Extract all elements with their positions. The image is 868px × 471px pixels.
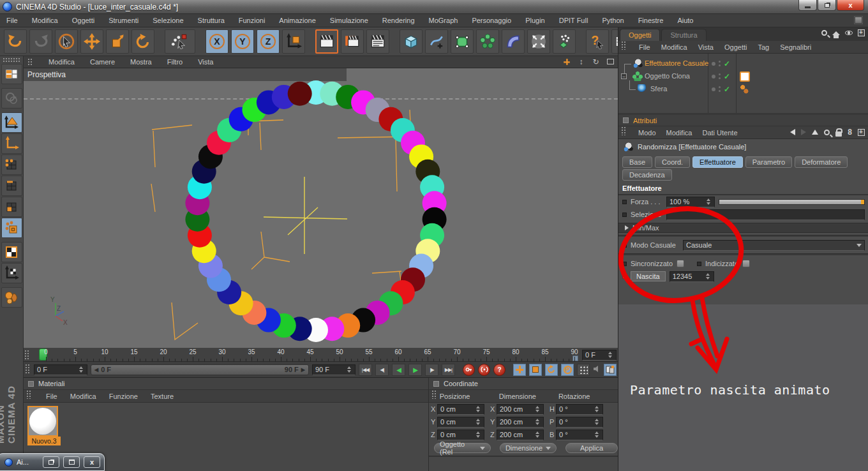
scale-tool-button[interactable] <box>106 29 129 54</box>
last-used-tool-button[interactable] <box>165 29 195 54</box>
om-menu-modifica[interactable]: Modifica <box>661 43 687 51</box>
menu-file[interactable]: File <box>6 17 18 24</box>
size-y-field[interactable]: 200 cm <box>497 417 544 428</box>
om-menu-tag[interactable]: Tag <box>758 43 769 51</box>
go-to-start-button[interactable]: |◀◀ <box>359 364 372 376</box>
object-name[interactable]: Effettuatore Casuale <box>645 59 708 67</box>
polygons-mode-button[interactable] <box>1 197 22 217</box>
attr-tab-parametro[interactable]: Parametro <box>745 156 792 168</box>
attr-menu-dati-utente[interactable]: Dati Utente <box>703 129 738 137</box>
add-panel-icon[interactable] <box>858 29 865 36</box>
enabled-checkmark[interactable]: ✓ <box>724 59 730 68</box>
tree-item-effettuatore-casuale[interactable]: Effettuatore Casuale✓ <box>618 57 868 70</box>
mat-menu-modifica[interactable]: Modifica <box>70 392 96 400</box>
viewport-grip[interactable] <box>27 58 33 66</box>
visibility-dot[interactable] <box>712 62 715 66</box>
animated-keyframe-dot[interactable] <box>622 274 627 279</box>
record-parameter-toggle[interactable]: P <box>561 364 574 376</box>
menu-personaggio[interactable]: Personaggio <box>472 17 511 24</box>
nascita-label[interactable]: Nascita <box>631 271 666 281</box>
material-name-label[interactable]: Nuovo.3 <box>27 437 61 445</box>
vp-menu-vista[interactable]: Vista <box>198 58 213 66</box>
om-menu-vista[interactable]: Vista <box>698 43 714 51</box>
collapse-expander[interactable]: – <box>621 73 627 79</box>
vp-menu-mostra[interactable]: Mostra <box>130 58 152 66</box>
tree-item-sfera[interactable]: Sfera✓ <box>618 83 868 96</box>
object-name[interactable]: Sfera <box>650 85 667 93</box>
attr-menu-modo[interactable]: Modo <box>638 129 656 137</box>
object-name[interactable]: Oggetto Clona <box>645 72 690 80</box>
coordinates-grip[interactable] <box>431 390 437 399</box>
search-icon[interactable] <box>821 30 827 36</box>
attributes-header[interactable]: Attributi <box>618 115 868 126</box>
lock-z-axis-button[interactable]: Z <box>257 29 280 54</box>
add-panel-icon[interactable] <box>858 129 865 136</box>
vp-menu-modifica[interactable]: Modifica <box>49 58 75 66</box>
current-frame-field[interactable]: 0 F <box>582 350 617 361</box>
selezione-field[interactable] <box>666 209 865 220</box>
material-thumbnail[interactable] <box>27 406 58 437</box>
float-restore-button[interactable] <box>43 456 59 468</box>
keyframe-dot[interactable] <box>622 200 627 204</box>
orange-dots-tag[interactable] <box>740 84 750 94</box>
menu-struttura[interactable]: Struttura <box>198 17 225 24</box>
keyframe-dot[interactable] <box>622 262 627 266</box>
lock-icon[interactable] <box>835 131 842 137</box>
visibility-dot[interactable] <box>712 87 715 91</box>
filter-eye-icon[interactable] <box>845 31 853 35</box>
position-y-field[interactable]: 0 cm <box>437 417 484 428</box>
record-position-toggle[interactable] <box>513 364 526 376</box>
make-editable-button[interactable] <box>451 29 474 54</box>
render-to-picture-viewer-button[interactable] <box>341 29 364 54</box>
minimize-button[interactable] <box>798 0 817 11</box>
close-button[interactable]: x <box>837 0 864 11</box>
viewport-move-icon[interactable] <box>562 57 571 66</box>
timeline-grip[interactable] <box>24 350 30 360</box>
history-forward-icon[interactable] <box>801 129 806 135</box>
record-rotation-toggle[interactable] <box>545 364 558 376</box>
double-circle-icon[interactable]: 8 <box>848 128 852 137</box>
model-mode-button[interactable] <box>1 112 22 133</box>
live-selection-button[interactable] <box>55 29 78 54</box>
object-axis-mode-button[interactable] <box>1 133 22 154</box>
particles-button[interactable] <box>527 29 550 54</box>
attributes-grip[interactable] <box>621 126 627 135</box>
point-level-animation-toggle[interactable] <box>577 364 590 376</box>
history-back-icon[interactable] <box>790 129 795 135</box>
mat-menu-file[interactable]: File <box>46 392 57 400</box>
record-scale-toggle[interactable] <box>529 364 542 376</box>
go-to-end-button[interactable]: ▶▶| <box>442 364 455 376</box>
menu-dpit-full[interactable]: DPIT Full <box>559 17 588 24</box>
timeline-ruler[interactable]: 051015202530354045505560657075808590 <box>31 348 581 362</box>
menu-modifica[interactable]: Modifica <box>32 17 58 24</box>
search-icon[interactable] <box>824 130 830 135</box>
visibility-dot[interactable] <box>712 75 715 78</box>
forza-field[interactable]: 100 % <box>666 197 715 207</box>
attr-tab-decadenza[interactable]: Decadenza <box>622 169 672 181</box>
record-keyframe-button[interactable] <box>463 364 475 376</box>
enabled-checkmark[interactable]: ✓ <box>724 85 730 94</box>
apply-button[interactable]: Applica <box>565 443 618 453</box>
next-frame-button[interactable]: |▶ <box>425 364 438 376</box>
menu-funzioni[interactable]: Funzioni <box>239 17 266 24</box>
add-cube-object-button[interactable] <box>400 29 423 54</box>
keyframe-dot[interactable] <box>622 213 627 217</box>
preview-range-slider[interactable]: ◀0 F 90 F▶ <box>91 364 309 375</box>
materials-header[interactable]: Materiali <box>24 378 428 390</box>
menu-animazione[interactable]: Animazione <box>279 17 315 24</box>
frame-number-field[interactable]: 0 F <box>34 364 87 375</box>
om-menu-segnalibri[interactable]: Segnalibri <box>780 43 811 51</box>
om-menu-file[interactable]: File <box>639 43 650 51</box>
tab-oggetti[interactable]: Oggetti <box>620 29 660 41</box>
attr-menu-modifica[interactable]: Modifica <box>666 129 692 137</box>
coordinates-header[interactable]: Coordinate <box>429 378 618 390</box>
viewport-maximize-icon[interactable] <box>606 57 615 66</box>
menu-python[interactable]: Python <box>602 17 624 24</box>
indicizzato-checkbox[interactable] <box>742 260 750 267</box>
autokey-button[interactable] <box>478 364 490 376</box>
sound-mute-icon[interactable] <box>593 365 601 374</box>
float-maximize-button[interactable] <box>63 456 80 468</box>
edges-mode-button[interactable] <box>1 176 22 196</box>
deformer-button[interactable] <box>502 29 525 54</box>
menu-finestre[interactable]: Finestre <box>638 17 664 24</box>
